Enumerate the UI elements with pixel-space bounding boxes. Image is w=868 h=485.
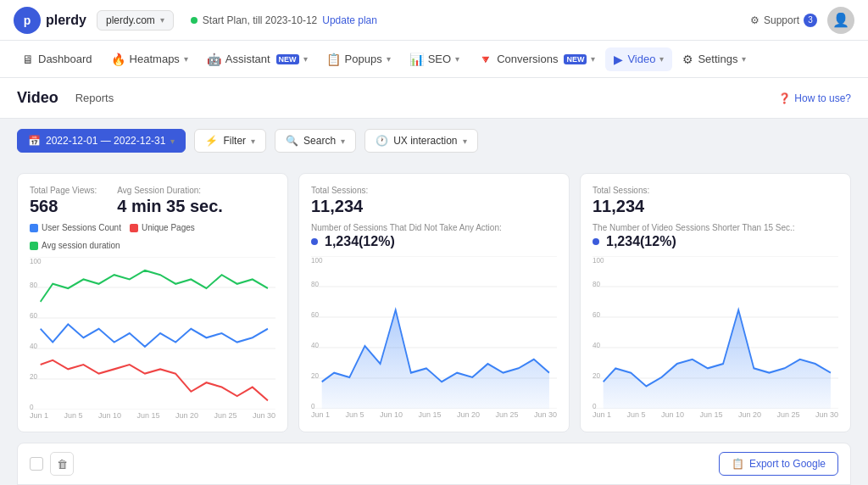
x-label: Jun 10 bbox=[380, 410, 403, 419]
plan-status-dot bbox=[191, 17, 198, 24]
legend-label-unique-pages: Unique Pages bbox=[142, 223, 195, 232]
date-range-button[interactable]: 📅 2022-12-01 — 2022-12-31 ▾ bbox=[17, 129, 186, 153]
nav-label-video: Video bbox=[627, 53, 655, 65]
conversions-chevron-icon: ▾ bbox=[591, 54, 595, 64]
date-range-label: 2022-12-01 — 2022-12-31 bbox=[46, 135, 165, 147]
navbar: 🖥 Dashboard 🔥 Heatmaps ▾ 🤖 Assistant NEW… bbox=[0, 41, 868, 78]
nav-item-assistant[interactable]: 🤖 Assistant NEW ▾ bbox=[198, 47, 316, 71]
chart2-secondary-stat: Number of Sessions That Did Not Take Any… bbox=[311, 223, 557, 249]
x-labels-chart1: Jun 1 Jun 5 Jun 10 Jun 15 Jun 20 Jun 25 … bbox=[30, 410, 275, 420]
chart-area-2: 0 20 40 60 80 100 bbox=[311, 256, 557, 409]
nav-item-settings[interactable]: ⚙ Settings ▾ bbox=[674, 47, 754, 71]
export-google-button[interactable]: 📋 Export to Google bbox=[719, 452, 838, 476]
nav-label-assistant: Assistant bbox=[225, 53, 270, 65]
export-label: Export to Google bbox=[749, 458, 826, 470]
select-all-checkbox[interactable] bbox=[30, 457, 43, 471]
svg-text:100: 100 bbox=[311, 256, 323, 265]
area-chart-3: 0 20 40 60 80 100 bbox=[593, 256, 838, 409]
legend-avg-session-duration: Avg session duration bbox=[30, 241, 120, 250]
support-label: Support bbox=[764, 14, 799, 26]
support-badge: 3 bbox=[804, 14, 817, 27]
chart3-stat-value: 1,234(12%) bbox=[606, 234, 676, 249]
search-button[interactable]: 🔍 Search ▾ bbox=[275, 129, 356, 153]
gear-icon: ⚙ bbox=[750, 14, 760, 26]
nav-label-seo: SEO bbox=[428, 53, 451, 65]
nav-label-settings: Settings bbox=[698, 53, 737, 65]
stat-value-total-sessions-2: 11,234 bbox=[311, 197, 368, 216]
stat-group-total-sessions-2: Total Sessions: 11,234 bbox=[311, 186, 368, 216]
search-label: Search bbox=[303, 135, 336, 147]
x-label: Jun 15 bbox=[418, 410, 441, 419]
nav-item-heatmaps[interactable]: 🔥 Heatmaps ▾ bbox=[103, 47, 197, 71]
page-title: Video bbox=[17, 89, 58, 107]
nav-item-dashboard[interactable]: 🖥 Dashboard bbox=[14, 47, 101, 71]
chart3-secondary-stat: The Number of Video Sessions Shorter Tha… bbox=[593, 223, 838, 249]
ux-interaction-button[interactable]: 🕐 UX interaction ▾ bbox=[364, 129, 477, 153]
nav-item-popups[interactable]: 📋 Popups ▾ bbox=[318, 47, 399, 71]
chart-card-3: Total Sessions: 11,234 The Number of Vid… bbox=[580, 173, 851, 432]
svg-text:100: 100 bbox=[593, 256, 604, 265]
logo-icon: p bbox=[14, 7, 41, 34]
stat-label-total-sessions-3: Total Sessions: bbox=[593, 186, 649, 195]
svg-text:0: 0 bbox=[593, 401, 597, 409]
site-name: plerdy.com bbox=[106, 14, 155, 26]
x-label: Jun 10 bbox=[661, 410, 684, 419]
svg-text:0: 0 bbox=[30, 402, 34, 410]
ux-chevron-icon: ▾ bbox=[463, 137, 467, 146]
nav-label-popups: Popups bbox=[345, 53, 382, 65]
delete-button[interactable]: 🗑 bbox=[50, 452, 74, 476]
bullet-icon-3 bbox=[593, 238, 599, 245]
svg-text:60: 60 bbox=[311, 309, 319, 319]
svg-text:100: 100 bbox=[30, 257, 42, 266]
filter-icon: ⚡ bbox=[205, 135, 218, 147]
popups-chevron-icon: ▾ bbox=[387, 54, 391, 64]
plan-info: Start Plan, till 2023-10-12 Update plan bbox=[191, 14, 377, 26]
x-labels-chart3: Jun 1 Jun 5 Jun 10 Jun 15 Jun 20 Jun 25 … bbox=[593, 409, 838, 419]
nav-item-conversions[interactable]: 🔻 Conversions NEW ▾ bbox=[470, 47, 604, 71]
bullet-icon bbox=[311, 238, 318, 245]
chart-card-1: Total Page Views: 568 Avg Session Durati… bbox=[17, 173, 288, 432]
topbar-right: ⚙ Support 3 👤 bbox=[750, 7, 854, 34]
filters-bar: 📅 2022-12-01 — 2022-12-31 ▾ ⚡ Filter ▾ 🔍… bbox=[0, 119, 868, 163]
logo-text: plerdy bbox=[46, 13, 86, 28]
tab-reports[interactable]: Reports bbox=[69, 88, 121, 108]
main-content: Total Page Views: 568 Avg Session Durati… bbox=[0, 163, 868, 485]
nav-item-video[interactable]: ▶ Video ▾ bbox=[605, 47, 672, 71]
dashboard-icon: 🖥 bbox=[22, 53, 34, 66]
nav-label-dashboard: Dashboard bbox=[38, 53, 92, 65]
nav-item-seo[interactable]: 📊 SEO ▾ bbox=[401, 47, 468, 71]
svg-text:0: 0 bbox=[311, 401, 315, 409]
multi-line-chart: 0 20 40 60 80 100 bbox=[30, 257, 275, 410]
stat-group-total-sessions-3: Total Sessions: 11,234 bbox=[593, 186, 649, 216]
stat-group-page-views: Total Page Views: 568 bbox=[30, 186, 97, 216]
page-title-area: Video Reports bbox=[17, 88, 120, 108]
svg-text:80: 80 bbox=[311, 279, 319, 288]
svg-text:80: 80 bbox=[593, 279, 600, 288]
site-selector[interactable]: plerdy.com ▾ bbox=[97, 10, 174, 31]
x-label: Jun 25 bbox=[495, 410, 518, 419]
ux-label: UX interaction bbox=[393, 135, 457, 147]
chart-stats-1: Total Page Views: 568 Avg Session Durati… bbox=[30, 186, 275, 216]
stat-label-total-sessions-2: Total Sessions: bbox=[311, 186, 368, 195]
video-icon: ▶ bbox=[614, 53, 623, 66]
logo: p plerdy bbox=[14, 7, 86, 34]
chart-stats-2: Total Sessions: 11,234 bbox=[311, 186, 557, 216]
legend-label-avg-session: Avg session duration bbox=[42, 241, 120, 250]
site-chevron-icon: ▾ bbox=[160, 15, 164, 25]
export-icon: 📋 bbox=[732, 458, 744, 470]
user-avatar[interactable]: 👤 bbox=[827, 7, 854, 34]
update-plan-link[interactable]: Update plan bbox=[322, 14, 377, 26]
filter-button[interactable]: ⚡ Filter ▾ bbox=[194, 129, 266, 153]
x-label: Jun 20 bbox=[175, 411, 198, 420]
chart-stats-3: Total Sessions: 11,234 bbox=[593, 186, 838, 216]
support-button[interactable]: ⚙ Support 3 bbox=[750, 14, 817, 27]
question-icon: ❓ bbox=[778, 92, 791, 104]
how-to-use-link[interactable]: ❓ How to use? bbox=[778, 92, 851, 104]
legend-unique-pages: Unique Pages bbox=[130, 223, 195, 232]
video-chevron-icon: ▾ bbox=[659, 54, 664, 64]
svg-text:20: 20 bbox=[30, 371, 37, 381]
x-label: Jun 5 bbox=[626, 410, 645, 419]
x-label: Jun 5 bbox=[345, 410, 364, 419]
x-label: Jun 30 bbox=[815, 410, 838, 419]
chart2-value2: 1,234(12%) bbox=[311, 234, 557, 249]
